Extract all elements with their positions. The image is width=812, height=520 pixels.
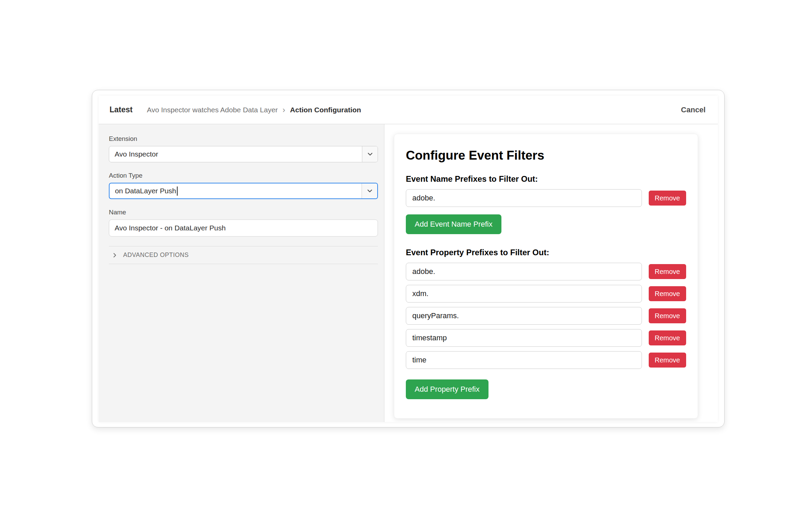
extension-select[interactable]: Avo Inspector [109, 146, 378, 162]
remove-property-prefix-button[interactable]: Remove [649, 353, 686, 368]
chevron-right-icon [112, 252, 118, 258]
event-filters-card: Configure Event Filters Event Name Prefi… [394, 134, 698, 419]
event-name-prefix-input[interactable] [406, 189, 642, 207]
remove-property-prefix-button[interactable]: Remove [649, 286, 686, 301]
chevron-down-icon[interactable] [362, 146, 378, 162]
property-prefix-input[interactable] [406, 329, 642, 347]
remove-property-prefix-button[interactable]: Remove [649, 330, 686, 345]
modal-header: Latest Avo Inspector watches Adobe Data … [99, 96, 718, 124]
property-prefix-row: Remove [406, 263, 686, 280]
environment-label: Latest [110, 105, 133, 114]
action-config-modal: Latest Avo Inspector watches Adobe Data … [92, 90, 725, 427]
property-prefix-row: Remove [406, 351, 686, 369]
remove-property-prefix-button[interactable]: Remove [649, 264, 686, 279]
modal-body: Extension Avo Inspector Action Type on D… [99, 124, 718, 422]
add-event-name-prefix-button[interactable]: Add Event Name Prefix [406, 214, 501, 234]
extension-label: Extension [109, 135, 378, 143]
filters-panel: Configure Event Filters Event Name Prefi… [384, 124, 718, 422]
breadcrumb-rule-name: Avo Inspector watches Adobe Data Layer [147, 106, 278, 114]
modal-content: Latest Avo Inspector watches Adobe Data … [99, 96, 718, 422]
remove-property-prefix-button[interactable]: Remove [649, 308, 686, 323]
chevron-down-icon[interactable] [362, 183, 377, 198]
extension-field: Extension Avo Inspector [109, 135, 378, 162]
event-name-prefix-row: Remove [406, 189, 686, 207]
extension-select-value: Avo Inspector [109, 146, 362, 162]
text-cursor [177, 186, 178, 196]
name-label: Name [109, 209, 378, 216]
property-prefix-row: Remove [406, 307, 686, 325]
property-prefix-input[interactable] [406, 307, 642, 325]
event-name-section-label: Event Name Prefixes to Filter Out: [406, 174, 686, 184]
spacer [406, 373, 686, 376]
page-background: Latest Avo Inspector watches Adobe Data … [0, 0, 812, 520]
property-prefix-input[interactable] [406, 351, 642, 369]
property-prefix-input[interactable] [406, 263, 642, 280]
property-prefix-row: Remove [406, 285, 686, 303]
property-prefix-row: Remove [406, 329, 686, 347]
breadcrumb: Latest Avo Inspector watches Adobe Data … [110, 105, 361, 114]
divider [109, 264, 378, 264]
advanced-options-toggle[interactable]: ADVANCED OPTIONS [109, 246, 378, 264]
event-property-section-label: Event Property Prefixes to Filter Out: [406, 248, 686, 257]
card-title: Configure Event Filters [406, 148, 686, 163]
name-input[interactable] [109, 220, 378, 237]
breadcrumb-separator-icon: › [283, 106, 285, 114]
action-type-field: Action Type on DataLayer Push [109, 172, 378, 199]
property-prefix-input[interactable] [406, 285, 642, 303]
add-property-prefix-button[interactable]: Add Property Prefix [406, 379, 488, 399]
breadcrumb-current-page: Action Configuration [290, 106, 361, 114]
action-type-select[interactable]: on DataLayer Push [109, 183, 378, 199]
name-field: Name [109, 209, 378, 237]
cancel-button[interactable]: Cancel [680, 103, 707, 117]
spacer [406, 234, 686, 248]
action-type-select-value: on DataLayer Push [110, 183, 362, 198]
advanced-options-label: ADVANCED OPTIONS [123, 251, 189, 259]
action-type-label: Action Type [109, 172, 378, 179]
remove-event-name-prefix-button[interactable]: Remove [649, 191, 686, 206]
config-sidebar: Extension Avo Inspector Action Type on D… [99, 124, 384, 422]
